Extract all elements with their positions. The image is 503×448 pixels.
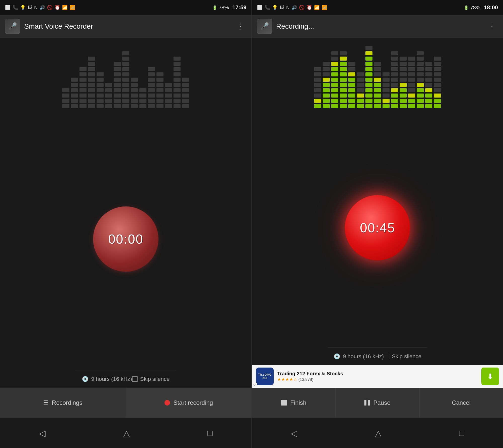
right-viz-col-14 bbox=[425, 62, 432, 108]
pause-bar-1 bbox=[364, 400, 366, 406]
start-recording-button[interactable]: Start recording bbox=[126, 388, 252, 418]
right-viz-col-7 bbox=[365, 46, 372, 108]
right-skip-silence-checkbox[interactable] bbox=[384, 354, 389, 359]
ad-title: Trading 212 Forex & Stocks bbox=[277, 371, 481, 377]
bar-seg bbox=[417, 57, 424, 61]
bar-seg bbox=[88, 88, 95, 92]
bar-seg-active bbox=[434, 104, 441, 108]
cancel-label: Cancel bbox=[452, 399, 471, 406]
bar-seg bbox=[182, 83, 189, 87]
viz-col-5 bbox=[97, 72, 104, 108]
bar-seg bbox=[374, 62, 381, 66]
record-dot-icon bbox=[164, 400, 170, 406]
right-status-time: 18:00 bbox=[484, 4, 498, 11]
bar-seg bbox=[348, 62, 355, 66]
right-viz-col-13 bbox=[417, 51, 424, 108]
bar-seg bbox=[131, 99, 138, 103]
bar-seg bbox=[105, 104, 112, 108]
finish-label: Finish bbox=[290, 399, 306, 406]
bar-seg bbox=[391, 51, 398, 55]
bar-seg-active bbox=[400, 94, 407, 98]
home-button-left[interactable]: △ bbox=[113, 424, 140, 442]
right-viz-col-3 bbox=[331, 51, 338, 108]
right-volume-icon: 🔊 bbox=[291, 5, 297, 10]
disc-icon-left: 💿 bbox=[82, 376, 89, 382]
bar-seg bbox=[62, 99, 69, 103]
pause-bar-2 bbox=[368, 400, 370, 406]
bar-seg bbox=[148, 99, 155, 103]
bar-seg bbox=[323, 62, 330, 66]
bar-seg bbox=[434, 78, 441, 82]
bar-seg bbox=[425, 83, 432, 87]
bar-seg bbox=[340, 51, 347, 55]
bar-seg-active bbox=[340, 104, 347, 108]
bar-seg-active bbox=[391, 104, 398, 108]
right-record-button[interactable]: 00:45 bbox=[345, 195, 410, 260]
home-button-right[interactable]: △ bbox=[365, 424, 392, 442]
bar-seg bbox=[71, 83, 78, 87]
bar-seg bbox=[148, 67, 155, 71]
bar-seg bbox=[156, 83, 163, 87]
bar-seg-active bbox=[365, 83, 372, 87]
bar-seg bbox=[156, 88, 163, 92]
bar-seg bbox=[417, 51, 424, 55]
bar-seg bbox=[97, 78, 104, 82]
bar-seg bbox=[174, 83, 181, 87]
bar-seg bbox=[425, 62, 432, 66]
cancel-button[interactable]: Cancel bbox=[420, 388, 503, 418]
right-capacity-text: 9 hours (16 kHz) bbox=[343, 353, 384, 360]
left-menu-button[interactable]: ⋮ bbox=[234, 20, 246, 33]
bar-seg bbox=[383, 72, 390, 76]
left-record-button[interactable]: 00:00 bbox=[93, 206, 158, 272]
bar-seg bbox=[114, 72, 121, 76]
bar-seg-active bbox=[331, 67, 338, 71]
bar-seg bbox=[383, 83, 390, 87]
left-action-bar: ☰ Recordings Start recording bbox=[0, 388, 252, 418]
bar-seg bbox=[131, 78, 138, 82]
bar-seg-active bbox=[365, 78, 372, 82]
bar-seg bbox=[174, 57, 181, 61]
ad-download-button[interactable]: ⬇ bbox=[481, 368, 499, 385]
bar-seg bbox=[357, 88, 364, 92]
bar-seg bbox=[434, 72, 441, 76]
ad-banner[interactable]: ✕ TR▲DING212 Trading 212 Forex & Stocks … bbox=[252, 365, 503, 388]
bar-seg-active bbox=[425, 104, 432, 108]
bar-seg bbox=[148, 78, 155, 82]
bar-seg-active bbox=[374, 78, 381, 82]
bar-seg bbox=[400, 67, 407, 71]
stop-icon bbox=[281, 400, 287, 406]
recents-button-left[interactable]: □ bbox=[197, 424, 223, 442]
bar-seg-active bbox=[365, 94, 372, 98]
bar-seg bbox=[97, 88, 104, 92]
back-button-right[interactable]: ◁ bbox=[281, 424, 307, 442]
back-button-left[interactable]: ◁ bbox=[29, 424, 56, 442]
alarm-icon: ⏰ bbox=[55, 5, 60, 10]
right-skip-silence[interactable]: Skip silence bbox=[384, 353, 421, 360]
recordings-button[interactable]: ☰ Recordings bbox=[0, 388, 126, 418]
ad-close-button[interactable]: ✕ bbox=[252, 383, 257, 388]
finish-button[interactable]: Finish bbox=[252, 388, 336, 418]
bar-seg bbox=[148, 88, 155, 92]
bar-seg-active bbox=[425, 88, 432, 92]
left-viz-bars bbox=[62, 63, 189, 108]
bar-seg bbox=[391, 83, 398, 87]
right-menu-button[interactable]: ⋮ bbox=[486, 20, 498, 33]
bar-seg bbox=[174, 94, 181, 98]
left-skip-silence-checkbox[interactable] bbox=[132, 376, 138, 382]
bar-seg bbox=[79, 94, 87, 98]
bar-seg bbox=[425, 67, 432, 71]
block-icon: 🚫 bbox=[47, 5, 53, 10]
bar-seg-active bbox=[400, 83, 407, 87]
left-skip-silence[interactable]: Skip silence bbox=[132, 376, 170, 382]
right-viz-col-12 bbox=[408, 57, 415, 108]
recents-button-right[interactable]: □ bbox=[449, 424, 474, 442]
bar-seg bbox=[408, 62, 415, 66]
pause-button[interactable]: Pause bbox=[336, 388, 420, 418]
right-capacity-info: 💿 9 hours (16 kHz) bbox=[333, 353, 384, 360]
bar-seg bbox=[88, 104, 95, 108]
bar-seg bbox=[88, 67, 95, 71]
right-notification-icon: ⬜ bbox=[257, 5, 263, 10]
right-viz-col-6 bbox=[357, 72, 364, 108]
viz-col-9 bbox=[131, 78, 138, 108]
viz-col-14 bbox=[174, 57, 181, 108]
